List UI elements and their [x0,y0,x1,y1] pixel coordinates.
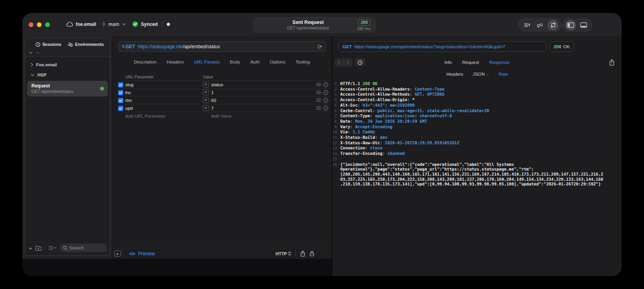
sidebar-tab-environments[interactable]: Environments [68,42,104,47]
protocol-stepper[interactable]: HTTP [275,251,291,256]
list-style-icon[interactable] [48,246,57,250]
tab-response[interactable]: Response [489,60,510,65]
code-icon: </> [129,251,135,256]
response-raw-view[interactable]: 1HTTP/1.1 200 OK2Access-Control-Allow-He… [332,81,622,276]
tab-info[interactable]: Info [445,60,452,65]
param-row-rtm: rtm=60 [112,96,332,104]
line-content: Cache-Control: public, max-age=15, stale… [338,108,489,114]
request-tabs: DescriptionHeadersURL ParamsBodyAuthOpti… [112,58,332,65]
toggle-bottom-panel-icon[interactable] [578,20,589,31]
line-number: 16 [332,162,338,187]
resend-refresh-icon[interactable]: ⟳ [317,44,322,50]
line-content: Via: 1.1 Caddy [338,129,375,135]
tab-testing[interactable]: Testing [296,58,310,65]
param-name-field[interactable]: inc [125,90,203,95]
param-checkbox[interactable] [118,98,123,103]
protocol-label: HTTP [275,251,287,256]
tab-body[interactable]: Body [230,58,240,65]
add-url-parameter-placeholder[interactable]: Add URL Parameter [125,114,211,118]
toggle-sidebar-icon[interactable] [565,20,576,31]
code-line: 14Transfer-Encoding: chunked [332,151,622,156]
row-remove-icon[interactable] [322,98,329,103]
tab-json[interactable]: JSON⌄ [473,72,489,76]
add-request-button[interactable]: + [29,245,32,251]
response-tabs: InfoRequestResponse [332,60,622,65]
line-content: Vary: Accept-Encoding [338,124,392,130]
param-value-field[interactable]: status [211,82,315,87]
equals-operator-badge: = [203,82,209,87]
activity-pill[interactable]: Sent Request GET /api/embed/status 200 2… [253,17,376,33]
param-name-field[interactable]: upd [125,106,203,111]
tab-auth[interactable]: Auth [250,58,260,65]
import-export-icon[interactable] [547,20,558,31]
minimize-window-button[interactable] [37,22,42,27]
tab-headers[interactable]: Headers [167,58,184,65]
branch-name[interactable]: main [108,22,119,27]
project-name[interactable]: foe.email [76,22,96,27]
tab-headers[interactable]: Headers [446,72,463,76]
line-content: Content-Type: application/json; charset=… [338,113,452,119]
row-remove-icon[interactable] [322,90,329,95]
param-name-field[interactable]: rtm [125,98,203,103]
row-options-icon[interactable] [315,83,322,86]
tab-url-params[interactable]: URL Params [194,58,219,65]
line-number: 8 [332,119,338,124]
sidebar-request-item[interactable]: Request GET /api/embed/status [27,81,108,96]
add-param-row[interactable]: Add URL Parameter Add Value [112,112,332,120]
add-value-placeholder[interactable]: Add Value [211,114,232,118]
close-window-button[interactable] [29,22,33,27]
request-title: Request [31,83,100,89]
titlebar: foe.email main Synced [22,13,622,36]
traffic-lights [29,22,50,27]
param-checkbox[interactable] [118,82,123,87]
code-line: 12X-Status-Now-Utc: 2026-01-26T20:29:59.… [332,140,622,146]
preview-button[interactable]: </> Preview [129,251,155,256]
history-clock-icon [35,42,40,47]
request-method[interactable]: GET [125,44,135,49]
tab-raw[interactable]: Raw [499,72,508,76]
updown-chevrons-icon [288,251,291,256]
remove-session-button[interactable]: − [36,49,39,56]
request-url-bar[interactable]: ⇅ GET https://statuspage.me/api/embed/st… [118,41,326,52]
param-name-field[interactable]: slug [125,82,203,87]
param-checkbox[interactable] [118,90,123,95]
param-value-field[interactable]: 60 [211,98,315,103]
response-url-box[interactable]: GET https://statuspage.me/api/embed/stat… [338,41,546,52]
param-checkbox[interactable] [118,106,123,111]
row-remove-icon[interactable] [322,82,329,87]
collapse-panel-button[interactable]: ▲ [112,248,123,259]
loop-flow-icon[interactable] [535,20,545,31]
code-line: 9Vary: Accept-Encoding [332,124,622,130]
synced-check-icon [132,21,138,27]
row-options-icon[interactable] [315,98,322,102]
zoom-window-button[interactable] [45,22,50,27]
tab-description[interactable]: Description [134,58,157,65]
method-stepper-icon[interactable]: ⇅ [122,44,125,49]
chevron-down-icon[interactable] [122,23,126,25]
activity-subtitle: GET /api/embed/status [272,25,345,31]
line-content: Alt-Svc: h3=":443"; ma=2592000 [338,103,415,108]
add-session-button[interactable]: + [29,49,32,56]
share-icon[interactable] [300,251,305,257]
tab-request[interactable]: Request [462,60,479,65]
tree-group-hsp[interactable]: HSP [25,70,110,80]
param-value-field[interactable]: 1 [211,90,315,95]
row-options-icon[interactable] [315,106,322,110]
line-number: 4 [332,97,338,103]
line-number: 10 [332,129,338,135]
tab-options[interactable]: Options [270,58,286,65]
new-folder-icon[interactable] [35,245,42,251]
row-remove-icon[interactable] [322,105,329,111]
sync-status[interactable]: Synced [141,22,158,27]
row-options-icon[interactable] [315,91,322,94]
line-number: 7 [332,113,338,119]
toolbar-group-actions [518,18,562,32]
column-value: Value [203,75,213,79]
search-input[interactable]: Search [60,244,107,252]
export-response-icon[interactable] [609,59,615,66]
tree-group-foe-email[interactable]: Foe.email [25,60,110,70]
sidebar-tab-sessions[interactable]: Sessions [35,42,61,47]
sort-lines-icon[interactable] [522,20,533,31]
activity-title: Sent Request [272,20,345,25]
param-value-field[interactable]: 7 [211,106,315,111]
